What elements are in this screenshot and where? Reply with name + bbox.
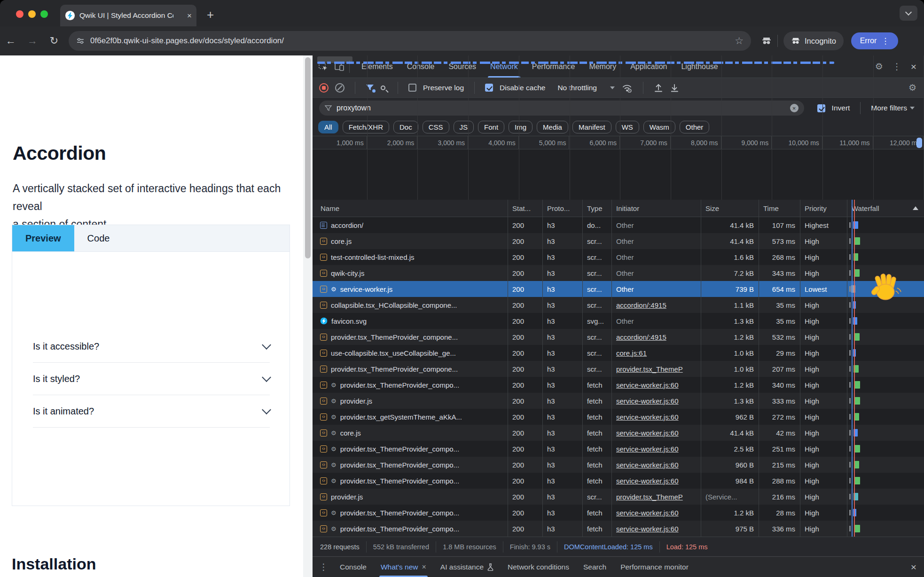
initiator-link[interactable]: service-worker.js:60 bbox=[616, 397, 679, 405]
timeline-scroll-handle[interactable] bbox=[916, 138, 922, 148]
initiator-link[interactable]: service-worker.js:60 bbox=[616, 461, 679, 469]
request-row[interactable]: ‹›⚙provider.js200h3fetchservice-worker.j… bbox=[313, 393, 924, 409]
drawer-tab-network-conditions[interactable]: Network conditions bbox=[501, 557, 576, 577]
browser-tab[interactable]: Qwik UI | Styled Accordion Co × bbox=[60, 5, 196, 26]
error-button[interactable]: Error ⋮ bbox=[851, 32, 898, 49]
request-row[interactable]: ‹›⚙service-worker.js200h3scr...Other739 … bbox=[313, 281, 924, 297]
devtools-tab-application[interactable]: Application bbox=[623, 55, 674, 78]
filter-chip-font[interactable]: Font bbox=[478, 121, 504, 133]
devtools-tab-elements[interactable]: Elements bbox=[354, 55, 400, 78]
invert-checkbox[interactable] bbox=[817, 104, 825, 112]
column-header-time[interactable]: Time bbox=[759, 200, 800, 217]
filter-chip-other[interactable]: Other bbox=[680, 121, 710, 133]
request-row[interactable]: ‹›collapsible.tsx_HCollapsible_compone..… bbox=[313, 297, 924, 313]
request-row[interactable]: favicon.svg200h3svg...Other1.3 kB35 msHi… bbox=[313, 313, 924, 329]
clear-network-log-icon[interactable] bbox=[335, 83, 345, 93]
preserve-log-label[interactable]: Preserve log bbox=[423, 84, 464, 92]
initiator-link[interactable]: provider.tsx_ThemeP bbox=[616, 365, 683, 373]
filter-chip-js[interactable]: JS bbox=[454, 121, 474, 133]
back-button[interactable]: ← bbox=[0, 35, 22, 47]
devtools-tab-sources[interactable]: Sources bbox=[441, 55, 483, 78]
drawer-close-icon[interactable]: × bbox=[911, 562, 916, 572]
window-chevron-button[interactable] bbox=[900, 6, 917, 21]
drawer-tab-console[interactable]: Console bbox=[333, 557, 374, 577]
column-header-waterfall[interactable]: Waterfall bbox=[847, 200, 924, 217]
request-row[interactable]: ‹›⚙provider.tsx_ThemeProvider_compo...20… bbox=[313, 457, 924, 473]
filter-chip-img[interactable]: Img bbox=[509, 121, 532, 133]
accordion-item-header[interactable]: Is it animated? bbox=[33, 395, 270, 428]
initiator-link[interactable]: service-worker.js:60 bbox=[616, 477, 679, 485]
initiator-link[interactable]: service-worker.js:60 bbox=[616, 525, 679, 533]
request-row[interactable]: ‹›core.js200h3scr...Other41.4 kB573 msHi… bbox=[313, 233, 924, 249]
minimize-window-button[interactable] bbox=[28, 10, 36, 18]
maximize-window-button[interactable] bbox=[40, 10, 48, 18]
filter-chip-ws[interactable]: WS bbox=[616, 121, 639, 133]
filter-chip-doc[interactable]: Doc bbox=[393, 121, 418, 133]
request-row[interactable]: ‹›⚙provider.tsx_getSystemTheme_aKkA...20… bbox=[313, 409, 924, 425]
export-har-icon[interactable] bbox=[670, 83, 679, 93]
request-row[interactable]: ‹›provider.js200h3scr...provider.tsx_The… bbox=[313, 489, 924, 505]
request-row[interactable]: ‹›⚙provider.tsx_ThemeProvider_compo...20… bbox=[313, 377, 924, 393]
initiator-link[interactable]: service-worker.js:60 bbox=[616, 445, 679, 453]
disable-cache-checkbox[interactable] bbox=[485, 84, 493, 92]
tab-preview[interactable]: Preview bbox=[12, 225, 74, 251]
column-header-stat[interactable]: Stat... bbox=[508, 200, 543, 217]
column-header-name[interactable]: Name bbox=[313, 200, 508, 217]
invert-label[interactable]: Invert bbox=[832, 104, 850, 112]
clear-filter-icon[interactable]: × bbox=[790, 104, 799, 112]
site-settings-icon[interactable] bbox=[76, 37, 85, 45]
bookmark-star-icon[interactable]: ☆ bbox=[735, 35, 744, 47]
preserve-log-checkbox[interactable] bbox=[408, 84, 416, 92]
column-header-priority[interactable]: Priority bbox=[800, 200, 847, 217]
initiator-link[interactable]: provider.tsx_ThemeP bbox=[616, 493, 683, 501]
address-bar[interactable]: 0f6e2f0b.qwik-ui-site.pages.dev/docs/sty… bbox=[69, 31, 751, 51]
drawer-tab-ai-assistance[interactable]: AI assistance bbox=[433, 557, 501, 577]
accordion-item-header[interactable]: Is it accessible? bbox=[33, 330, 270, 363]
initiator-link[interactable]: service-worker.js:60 bbox=[616, 413, 679, 421]
initiator-link[interactable]: accordion/:4915 bbox=[616, 333, 666, 341]
drawer-tab-what-s-new[interactable]: What's new× bbox=[374, 557, 433, 577]
filter-chip-css[interactable]: CSS bbox=[423, 121, 449, 133]
tab-close-icon[interactable]: × bbox=[187, 12, 192, 20]
request-row[interactable]: ‹›test-controlled-list-mixed.js200h3scr.… bbox=[313, 249, 924, 265]
column-header-proto[interactable]: Proto... bbox=[543, 200, 583, 217]
column-header-initiator[interactable]: Initiator bbox=[612, 200, 701, 217]
initiator-link[interactable]: service-worker.js:60 bbox=[616, 509, 679, 517]
devtools-close-icon[interactable]: × bbox=[911, 62, 916, 71]
request-row[interactable]: ‹›⚙provider.tsx_ThemeProvider_compo...20… bbox=[313, 505, 924, 521]
throttling-select[interactable]: No throttling bbox=[557, 84, 615, 92]
browser-menu-icon[interactable]: ⋮ bbox=[881, 36, 889, 46]
request-row[interactable]: ‹›⚙core.js200h3fetchservice-worker.js:60… bbox=[313, 425, 924, 441]
request-row[interactable]: ‹›use-collapsible.tsx_useCollapsible_ge.… bbox=[313, 345, 924, 361]
page-scrollbar-thumb[interactable] bbox=[305, 57, 311, 258]
devtools-tab-memory[interactable]: Memory bbox=[582, 55, 623, 78]
request-row[interactable]: accordion/200h3do...Other41.4 kB107 msHi… bbox=[313, 217, 924, 233]
filter-chip-fetch-xhr[interactable]: Fetch/XHR bbox=[343, 121, 389, 133]
devtools-tab-performance[interactable]: Performance bbox=[525, 55, 582, 78]
drawer-menu-icon[interactable]: ⋮ bbox=[319, 562, 328, 571]
reload-button[interactable]: ↻ bbox=[43, 35, 65, 47]
forward-button[interactable]: → bbox=[22, 35, 43, 47]
accordion-item-header[interactable]: Is it styled? bbox=[33, 363, 270, 395]
more-filters-button[interactable]: More filters bbox=[871, 104, 917, 112]
filter-chip-media[interactable]: Media bbox=[537, 121, 568, 133]
import-har-icon[interactable] bbox=[654, 83, 663, 93]
filter-input[interactable]: proxytown × bbox=[319, 101, 804, 116]
filter-chip-manifest[interactable]: Manifest bbox=[572, 121, 611, 133]
close-window-button[interactable] bbox=[16, 10, 23, 18]
request-row[interactable]: ‹›⚙provider.tsx_ThemeProvider_compo...20… bbox=[313, 441, 924, 457]
initiator-link[interactable]: accordion/:4915 bbox=[616, 301, 666, 309]
request-row[interactable]: ‹›qwik-city.js200h3scr...Other7.2 kB343 … bbox=[313, 265, 924, 281]
filter-chip-all[interactable]: All bbox=[318, 121, 338, 133]
search-icon[interactable] bbox=[381, 86, 385, 90]
record-network-log-icon[interactable] bbox=[319, 83, 329, 93]
request-row[interactable]: ‹›⚙provider.tsx_ThemeProvider_compo...20… bbox=[313, 473, 924, 489]
initiator-link[interactable]: service-worker.js:60 bbox=[616, 429, 679, 437]
devtools-menu-icon[interactable]: ⋮ bbox=[893, 62, 901, 71]
network-settings-icon[interactable]: ⚙ bbox=[908, 83, 916, 92]
column-header-type[interactable]: Type bbox=[583, 200, 612, 217]
devtools-tab-lighthouse[interactable]: Lighthouse bbox=[674, 55, 725, 78]
devtools-tab-console[interactable]: Console bbox=[400, 55, 442, 78]
disable-cache-label[interactable]: Disable cache bbox=[500, 84, 545, 92]
drawer-tab-performance-monitor[interactable]: Performance monitor bbox=[613, 557, 696, 577]
